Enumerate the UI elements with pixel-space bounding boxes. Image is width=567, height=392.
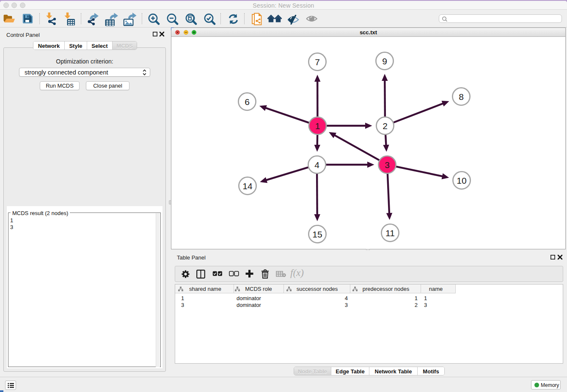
svg-text:9: 9 (382, 56, 387, 66)
svg-text:11: 11 (385, 228, 395, 238)
svg-text:7: 7 (315, 57, 320, 67)
svg-text:10: 10 (457, 176, 466, 185)
svg-text:6: 6 (245, 97, 250, 107)
svg-text:14: 14 (242, 181, 253, 191)
svg-text:15: 15 (312, 229, 322, 239)
svg-text:2: 2 (383, 121, 388, 131)
svg-text:8: 8 (459, 92, 464, 102)
svg-text:4: 4 (314, 160, 319, 170)
svg-text:3: 3 (385, 160, 390, 170)
svg-text:1: 1 (315, 121, 320, 131)
